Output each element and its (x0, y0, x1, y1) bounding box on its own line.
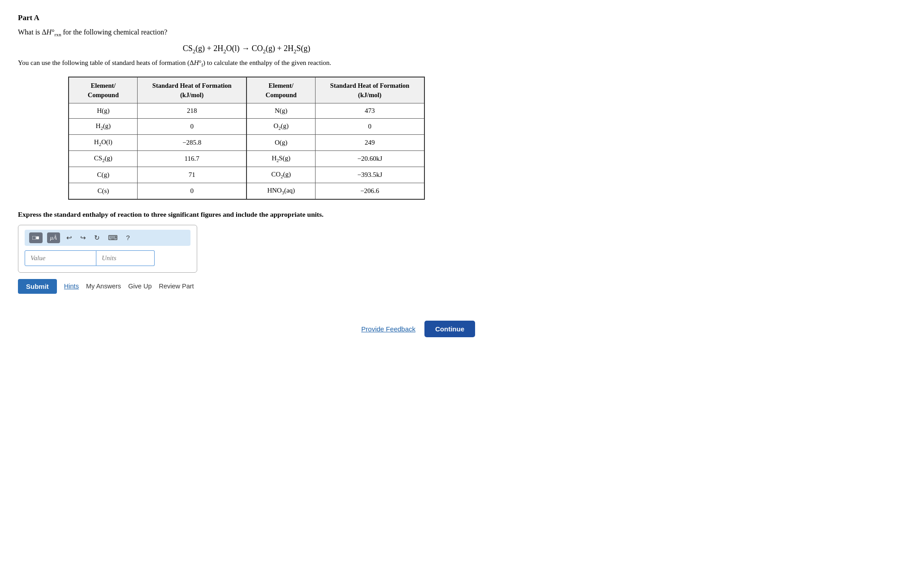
heat-cell-2: 0 (316, 118, 424, 134)
element-cell-2: N(g) (247, 103, 316, 118)
question-intro: What is ΔH°rxn for the following chemica… (18, 27, 475, 39)
redo-button[interactable]: ↪ (78, 233, 88, 243)
template-button[interactable]: □■ (29, 232, 43, 243)
review-part-link[interactable]: Review Part (159, 283, 194, 290)
heat-cell: 218 (138, 103, 247, 118)
col2-header: Standard Heat of Formation (kJ/mol) (138, 77, 247, 103)
continue-button[interactable]: Continue (424, 321, 475, 337)
col1-header: Element/ Compound (69, 77, 138, 103)
express-instruction: Express the standard enthalpy of reactio… (18, 210, 475, 219)
col3-header: Element/ Compound (247, 77, 316, 103)
units-input[interactable] (96, 250, 155, 266)
hints-link[interactable]: Hints (64, 283, 79, 290)
element-cell-2: HNO3(aq) (247, 183, 316, 199)
heat-cell: 0 (138, 118, 247, 134)
my-answers-link[interactable]: My Answers (86, 283, 121, 290)
element-cell: C(g) (69, 167, 138, 183)
bottom-bar: Provide Feedback Continue (18, 321, 475, 337)
table-row: H2O(l)−285.8O(g)249 (69, 134, 424, 150)
help-button[interactable]: ? (124, 233, 131, 242)
refresh-button[interactable]: ↻ (92, 233, 102, 243)
math-toolbar: □■ μÅ ↩ ↪ ↻ ⌨ ? (25, 230, 190, 246)
table-row: C(g)71CO2(g)−393.5kJ (69, 167, 424, 183)
element-cell-2: CO2(g) (247, 167, 316, 183)
submit-button[interactable]: Submit (18, 279, 57, 294)
heat-cell-2: −393.5kJ (316, 167, 424, 183)
heat-cell: 116.7 (138, 150, 247, 167)
formation-note: You can use the following table of stand… (18, 58, 475, 69)
heat-cell-2: −206.6 (316, 183, 424, 199)
element-cell: C(s) (69, 183, 138, 199)
table-row: C(s)0HNO3(aq)−206.6 (69, 183, 424, 199)
heat-cell: 0 (138, 183, 247, 199)
undo-button[interactable]: ↩ (65, 233, 74, 243)
element-cell: CS2(g) (69, 150, 138, 167)
give-up-link[interactable]: Give Up (128, 283, 151, 290)
thermodynamic-data-table: Element/ Compound Standard Heat of Forma… (68, 77, 425, 200)
chemical-equation: CS2(g) + 2H2O(l) → CO2(g) + 2H2S(g) (18, 44, 475, 55)
heat-cell-2: 473 (316, 103, 424, 118)
element-cell-2: H2S(g) (247, 150, 316, 167)
element-cell: H2O(l) (69, 134, 138, 150)
actions-row: Submit Hints My Answers Give Up Review P… (18, 279, 475, 294)
keyboard-button[interactable]: ⌨ (106, 233, 120, 243)
value-input[interactable] (25, 250, 96, 266)
units-icon: μÅ (50, 234, 57, 241)
provide-feedback-button[interactable]: Provide Feedback (361, 325, 415, 333)
heat-cell: −285.8 (138, 134, 247, 150)
value-units-row (25, 250, 190, 266)
element-cell: H2(g) (69, 118, 138, 134)
heat-cell-2: −20.60kJ (316, 150, 424, 167)
part-title: Part A (18, 13, 475, 22)
table-row: H(g)218N(g)473 (69, 103, 424, 118)
element-cell: H(g) (69, 103, 138, 118)
answer-container: □■ μÅ ↩ ↪ ↻ ⌨ ? (18, 225, 197, 273)
table-row: H2(g)0O2(g)0 (69, 118, 424, 134)
element-cell-2: O(g) (247, 134, 316, 150)
col4-header: Standard Heat of Formation (kJ/mol) (316, 77, 424, 103)
heat-cell: 71 (138, 167, 247, 183)
element-cell-2: O2(g) (247, 118, 316, 134)
table-row: CS2(g)116.7H2S(g)−20.60kJ (69, 150, 424, 167)
heat-cell-2: 249 (316, 134, 424, 150)
units-button[interactable]: μÅ (47, 232, 60, 243)
template-icon: □■ (32, 234, 39, 241)
